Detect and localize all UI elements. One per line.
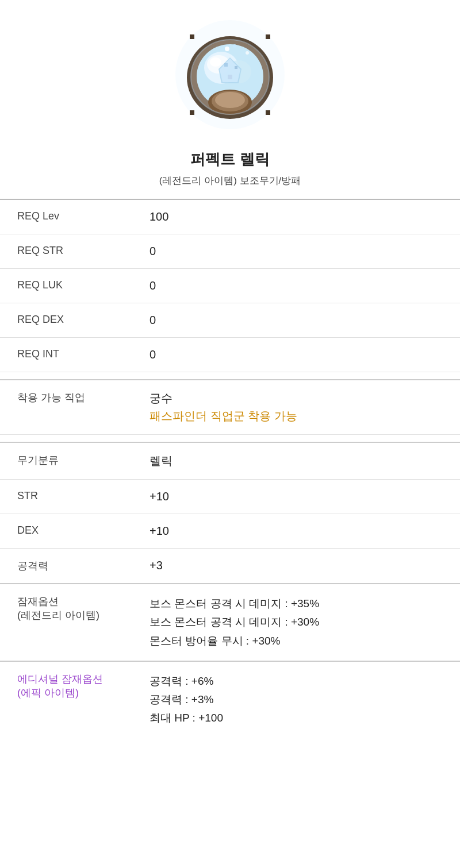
svg-rect-19 — [266, 110, 270, 115]
job-primary: 궁수 — [150, 392, 172, 404]
svg-rect-18 — [190, 110, 194, 115]
item-container: 퍼펙트 렐릭 (레전드리 아이템) 보조무기/방패 REQ Lev 100 RE… — [0, 0, 460, 738]
str-value: +10 — [132, 480, 460, 514]
additional-option-1: 공격력 : +6% — [150, 672, 443, 690]
svg-point-22 — [246, 51, 249, 55]
spacer-row-1 — [0, 372, 460, 380]
dex-label: DEX — [0, 514, 132, 549]
svg-rect-16 — [190, 34, 194, 39]
additional-main-label: 에디셔널 잠재옵션 — [17, 673, 103, 685]
item-name: 퍼펙트 렐릭 — [0, 149, 460, 169]
req-luk-label: REQ LUK — [0, 269, 132, 303]
additional-sub-label: (에픽 아이템) — [17, 687, 79, 699]
req-str-row: REQ STR 0 — [0, 234, 460, 269]
attack-label: 공격력 — [0, 549, 132, 584]
svg-point-7 — [210, 57, 221, 67]
additional-label-cell: 에디셔널 잠재옵션 (에픽 아이템) — [0, 661, 132, 738]
svg-rect-11 — [235, 66, 237, 69]
job-label: 착용 가능 직업 — [0, 380, 132, 435]
svg-rect-12 — [228, 75, 232, 79]
req-int-label: REQ INT — [0, 338, 132, 372]
req-int-row: REQ INT 0 — [0, 338, 460, 372]
job-value: 궁수 패스파인더 직업군 착용 가능 — [132, 380, 460, 435]
latent-main-label: 잠재옵션 — [17, 596, 59, 607]
spacer-row-2 — [0, 435, 460, 443]
svg-rect-10 — [224, 63, 228, 67]
job-row: 착용 가능 직업 궁수 패스파인더 직업군 착용 가능 — [0, 380, 460, 435]
additional-option-3: 최대 HP : +100 — [150, 709, 443, 727]
svg-point-15 — [215, 92, 245, 108]
additional-option-2: 공격력 : +3% — [150, 690, 443, 709]
item-type: (레전드리 아이템) 보조무기/방패 — [0, 174, 460, 187]
stats-table: REQ Lev 100 REQ STR 0 REQ LUK 0 REQ DEX … — [0, 200, 460, 738]
additional-values: 공격력 : +6% 공격력 : +3% 최대 HP : +100 — [132, 661, 460, 738]
req-lev-label: REQ Lev — [0, 200, 132, 234]
latent-option-2: 보스 몬스터 공격 시 데미지 : +30% — [150, 613, 443, 631]
attack-value: +3 — [132, 549, 460, 584]
svg-rect-17 — [266, 34, 270, 39]
item-image-section — [0, 0, 460, 144]
req-dex-label: REQ DEX — [0, 303, 132, 338]
latent-option-1: 보스 몬스터 공격 시 데미지 : +35% — [150, 595, 443, 613]
item-name-section: 퍼펙트 렐릭 (레전드리 아이템) 보조무기/방패 — [0, 144, 460, 199]
latent-label: 잠재옵션 (레전드리 아이템) — [0, 584, 132, 661]
str-row: STR +10 — [0, 480, 460, 514]
req-dex-value: 0 — [132, 303, 460, 338]
weapon-type-value: 렐릭 — [132, 442, 460, 480]
req-int-value: 0 — [132, 338, 460, 372]
req-str-label: REQ STR — [0, 234, 132, 269]
dex-value: +10 — [132, 514, 460, 549]
req-dex-row: REQ DEX 0 — [0, 303, 460, 338]
req-lev-row: REQ Lev 100 — [0, 200, 460, 234]
latent-values: 보스 몬스터 공격 시 데미지 : +35% 보스 몬스터 공격 시 데미지 :… — [132, 584, 460, 661]
latent-option-3: 몬스터 방어율 무시 : +30% — [150, 632, 443, 650]
svg-point-20 — [225, 47, 229, 51]
item-icon — [172, 17, 288, 132]
dex-row: DEX +10 — [0, 514, 460, 549]
req-lev-value: 100 — [132, 200, 460, 234]
svg-point-21 — [233, 44, 236, 48]
additional-row: 에디셔널 잠재옵션 (에픽 아이템) 공격력 : +6% 공격력 : +3% 최… — [0, 661, 460, 738]
req-luk-value: 0 — [132, 269, 460, 303]
req-str-value: 0 — [132, 234, 460, 269]
req-luk-row: REQ LUK 0 — [0, 269, 460, 303]
str-label: STR — [0, 480, 132, 514]
attack-row: 공격력 +3 — [0, 549, 460, 584]
weapon-type-label: 무기분류 — [0, 442, 132, 480]
job-secondary: 패스파인더 직업군 착용 가능 — [150, 408, 443, 424]
weapon-type-row: 무기분류 렐릭 — [0, 442, 460, 480]
latent-sub-label: (레전드리 아이템) — [17, 609, 99, 621]
latent-row: 잠재옵션 (레전드리 아이템) 보스 몬스터 공격 시 데미지 : +35% 보… — [0, 584, 460, 661]
